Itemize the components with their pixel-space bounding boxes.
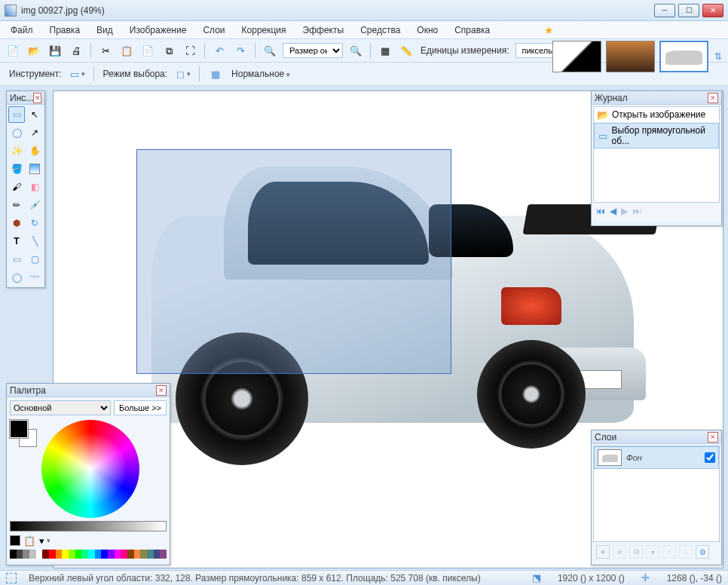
layers-panel-title[interactable]: Слои ✕ <box>592 430 721 444</box>
layer-merge-button[interactable]: ▾ <box>646 545 659 559</box>
blend-icon-button[interactable]: ▦ <box>207 66 224 82</box>
history-last[interactable]: ⏭ <box>632 206 641 216</box>
tool-clone-stamp[interactable]: ⬢ <box>8 215 25 231</box>
zoom-select[interactable]: Размер ок <box>283 43 343 58</box>
menu-layers[interactable]: Слои <box>195 23 232 38</box>
redo-button[interactable]: ↷ <box>232 42 249 59</box>
layer-up-button[interactable]: ↑ <box>662 545 676 559</box>
open-button[interactable]: 📂 <box>26 42 42 59</box>
menu-window[interactable]: Окно <box>409 23 445 38</box>
thumb-collapse-button[interactable]: ⇅ <box>713 41 723 72</box>
palette-color-swatch[interactable] <box>81 550 88 559</box>
history-item-open[interactable]: 📂 Открыть изображение <box>594 107 719 123</box>
tool-freeform[interactable]: 〰 <box>26 269 43 286</box>
palette-color-swatch[interactable] <box>160 550 167 559</box>
tool-magic-wand[interactable]: ✨ <box>8 142 25 159</box>
menu-view[interactable]: Вид <box>89 23 121 38</box>
palette-panel-close[interactable]: ✕ <box>156 385 167 396</box>
tool-brush[interactable]: 🖌 <box>8 179 25 195</box>
palette-type-select[interactable]: Основной <box>10 400 111 415</box>
opacity-slider[interactable] <box>10 521 167 531</box>
palette-color-swatch[interactable] <box>10 550 17 559</box>
tool-eraser[interactable]: ◧ <box>26 179 43 195</box>
layer-duplicate-button[interactable]: ⧉ <box>629 545 643 559</box>
tool-hand[interactable]: ✋ <box>26 142 43 159</box>
selection-marquee[interactable] <box>136 149 451 374</box>
palette-color-swatch[interactable] <box>36 550 43 559</box>
palette-color-swatch[interactable] <box>147 550 154 559</box>
menu-correction[interactable]: Коррекция <box>234 23 294 38</box>
tool-eyedropper[interactable]: 💉 <box>26 197 43 213</box>
palette-color-swatch[interactable] <box>62 550 69 559</box>
tool-lasso[interactable]: ◯ <box>8 124 25 141</box>
save-button[interactable]: 💾 <box>47 42 63 59</box>
crop-button[interactable]: ⧉ <box>161 42 177 59</box>
thumb-doc-1[interactable] <box>552 41 601 72</box>
layer-down-button[interactable]: ↓ <box>679 545 693 559</box>
fg-bg-swatches[interactable] <box>10 420 37 447</box>
paste-button[interactable]: 📄 <box>139 42 156 59</box>
palette-color-swatch[interactable] <box>108 550 115 559</box>
tool-line[interactable]: ╲ <box>26 233 43 250</box>
layer-visible-checkbox[interactable] <box>705 452 715 463</box>
select-mode-button[interactable]: ◻ <box>175 66 191 82</box>
tool-move-selected[interactable]: ↖ <box>26 106 43 123</box>
palette-color-swatch[interactable] <box>75 550 82 559</box>
zoom-in-button[interactable]: 🔍 <box>347 42 364 59</box>
tool-rectangle[interactable]: ▭ <box>8 251 25 268</box>
menu-help[interactable]: Справка <box>447 23 497 38</box>
history-panel-title[interactable]: Журнал ✕ <box>592 91 721 105</box>
palette-color-swatch[interactable] <box>121 550 127 559</box>
palette-color-swatch[interactable] <box>154 550 161 559</box>
history-panel-close[interactable]: ✕ <box>708 93 718 103</box>
zoom-out-button[interactable]: 🔍 <box>262 42 278 59</box>
history-item-rect-select[interactable]: ▭ Выбор прямоугольной об... <box>594 123 719 149</box>
tool-move[interactable]: ↗ <box>26 124 43 141</box>
palette-menu-icon[interactable]: ▾ <box>38 534 50 547</box>
tool-pencil[interactable]: ✏ <box>8 197 25 213</box>
palette-panel-title[interactable]: Палитра ✕ <box>7 384 170 397</box>
menu-effects[interactable]: Эффекты <box>295 23 352 38</box>
history-next[interactable]: ▶ <box>621 206 628 216</box>
tool-rounded-rect[interactable]: ▢ <box>26 251 43 268</box>
menu-edit[interactable]: Правка <box>42 23 88 38</box>
instrument-button[interactable]: ▭ <box>69 66 86 82</box>
print-button[interactable]: 🖨 <box>68 42 84 59</box>
tool-gradient[interactable] <box>26 161 43 177</box>
thumb-doc-2[interactable] <box>606 41 655 72</box>
palette-color-swatch[interactable] <box>101 550 108 559</box>
undo-button[interactable]: ↶ <box>211 42 228 59</box>
cut-button[interactable]: ✂ <box>97 42 114 59</box>
add-color-icon[interactable]: 📋 <box>23 534 35 547</box>
color-wheel[interactable] <box>41 420 139 518</box>
palette-more-button[interactable]: Больше >> <box>114 400 167 415</box>
menu-image[interactable]: Изображение <box>122 23 194 38</box>
menu-file[interactable]: Файл <box>3 23 41 38</box>
palette-color-swatch[interactable] <box>56 550 63 559</box>
palette-color-swatch[interactable] <box>49 550 56 559</box>
palette-color-swatch[interactable] <box>115 550 121 559</box>
palette-color-swatch[interactable] <box>95 550 102 559</box>
palette-color-swatch[interactable] <box>17 550 23 559</box>
maximize-button[interactable]: ☐ <box>678 4 699 17</box>
palette-color-swatch[interactable] <box>127 550 134 559</box>
tools-panel-close[interactable]: ✕ <box>33 93 41 103</box>
menu-tools[interactable]: Средства <box>353 23 408 38</box>
palette-color-swatch[interactable] <box>23 550 29 559</box>
layer-props-button[interactable]: ⚙ <box>696 545 709 559</box>
new-button[interactable]: 📄 <box>5 42 21 59</box>
ruler-button[interactable]: 📏 <box>398 42 414 59</box>
tool-rect-select[interactable]: ▭ <box>8 106 25 123</box>
thumb-doc-3[interactable] <box>659 41 708 72</box>
layer-add-button[interactable]: ＋ <box>596 545 610 559</box>
blend-mode-select[interactable]: Нормальное <box>230 69 292 79</box>
grid-button[interactable]: ▦ <box>377 42 393 59</box>
copy-button[interactable]: 📋 <box>118 42 135 59</box>
layers-panel-close[interactable]: ✕ <box>708 432 718 443</box>
palette-color-swatch[interactable] <box>88 550 95 559</box>
minimize-button[interactable]: ─ <box>654 4 675 17</box>
tool-recolor[interactable]: ↻ <box>26 215 43 231</box>
tool-text[interactable]: T <box>8 233 25 250</box>
palette-color-swatch[interactable] <box>29 550 36 559</box>
tool-paint-bucket[interactable]: 🪣 <box>8 161 25 177</box>
